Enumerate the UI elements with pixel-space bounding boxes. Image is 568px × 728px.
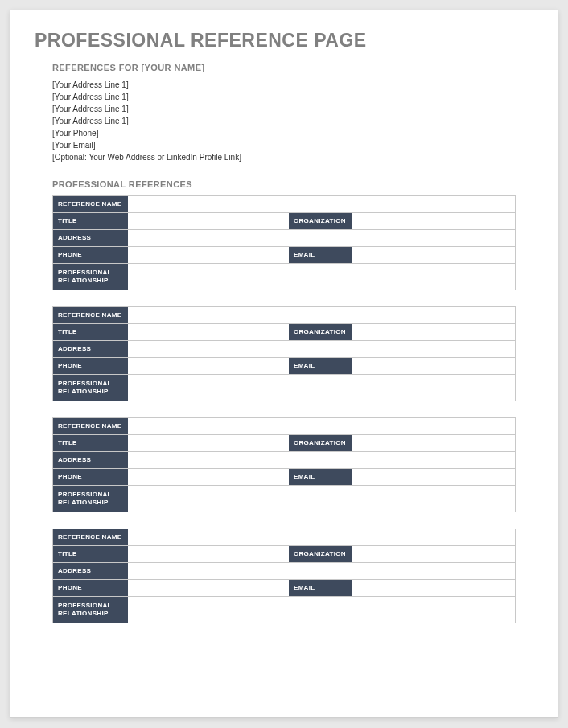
label-title: TITLE — [53, 435, 128, 451]
reference-block: REFERENCE NAME TITLE ORGANIZATION ADDRES… — [52, 306, 516, 401]
label-reference-name: REFERENCE NAME — [53, 529, 128, 545]
value-reference-name[interactable] — [128, 529, 515, 545]
page-title: PROFESSIONAL REFERENCE PAGE — [35, 30, 533, 51]
references-for-heading: REFERENCES FOR [YOUR NAME] — [35, 63, 533, 72]
value-email[interactable] — [352, 358, 515, 374]
reference-block: REFERENCE NAME TITLE ORGANIZATION ADDRES… — [52, 195, 516, 290]
value-organization[interactable] — [352, 435, 515, 451]
value-address[interactable] — [128, 452, 515, 468]
value-phone[interactable] — [128, 247, 289, 263]
value-professional-relationship[interactable] — [128, 597, 515, 623]
document-page: PROFESSIONAL REFERENCE PAGE REFERENCES F… — [10, 10, 558, 718]
label-organization: ORGANIZATION — [289, 324, 352, 340]
label-reference-name: REFERENCE NAME — [53, 307, 128, 323]
label-title: TITLE — [53, 213, 128, 229]
value-phone[interactable] — [128, 358, 289, 374]
label-phone: PHONE — [53, 469, 128, 485]
value-organization[interactable] — [352, 324, 515, 340]
label-reference-name: REFERENCE NAME — [53, 196, 128, 212]
value-professional-relationship[interactable] — [128, 486, 515, 512]
label-reference-name: REFERENCE NAME — [53, 418, 128, 434]
value-reference-name[interactable] — [128, 307, 515, 323]
address-block: [Your Address Line 1] [Your Address Line… — [35, 79, 533, 163]
label-phone: PHONE — [53, 580, 128, 596]
address-line: [Your Address Line 1] — [52, 115, 533, 127]
reference-block: REFERENCE NAME TITLE ORGANIZATION ADDRES… — [52, 529, 516, 623]
value-title[interactable] — [128, 213, 289, 229]
value-email[interactable] — [352, 580, 515, 596]
label-organization: ORGANIZATION — [289, 546, 352, 562]
value-address[interactable] — [128, 563, 515, 579]
value-professional-relationship[interactable] — [128, 375, 515, 401]
value-title[interactable] — [128, 435, 289, 451]
value-title[interactable] — [128, 546, 289, 562]
label-address: ADDRESS — [53, 341, 128, 357]
label-organization: ORGANIZATION — [289, 213, 352, 229]
label-professional-relationship: PROFESSIONAL RELATIONSHIP — [53, 375, 128, 401]
label-title: TITLE — [53, 546, 128, 562]
value-email[interactable] — [352, 247, 515, 263]
value-phone[interactable] — [128, 580, 289, 596]
web-line: [Optional: Your Web Address or LinkedIn … — [52, 151, 533, 163]
label-email: EMAIL — [289, 469, 352, 485]
address-line: [Your Address Line 1] — [52, 79, 533, 91]
phone-line: [Your Phone] — [52, 127, 533, 139]
label-professional-relationship: PROFESSIONAL RELATIONSHIP — [53, 597, 128, 623]
reference-block: REFERENCE NAME TITLE ORGANIZATION ADDRES… — [52, 417, 516, 512]
value-title[interactable] — [128, 324, 289, 340]
value-organization[interactable] — [352, 546, 515, 562]
label-address: ADDRESS — [53, 563, 128, 579]
value-address[interactable] — [128, 341, 515, 357]
label-phone: PHONE — [53, 247, 128, 263]
email-line: [Your Email] — [52, 139, 533, 151]
label-email: EMAIL — [289, 580, 352, 596]
label-professional-relationship: PROFESSIONAL RELATIONSHIP — [53, 264, 128, 290]
label-email: EMAIL — [289, 358, 352, 374]
value-address[interactable] — [128, 230, 515, 246]
section-title: PROFESSIONAL REFERENCES — [35, 179, 533, 189]
label-email: EMAIL — [289, 247, 352, 263]
label-organization: ORGANIZATION — [289, 435, 352, 451]
label-phone: PHONE — [53, 358, 128, 374]
label-address: ADDRESS — [53, 230, 128, 246]
address-line: [Your Address Line 1] — [52, 103, 533, 115]
address-line: [Your Address Line 1] — [52, 91, 533, 103]
label-title: TITLE — [53, 324, 128, 340]
value-email[interactable] — [352, 469, 515, 485]
value-phone[interactable] — [128, 469, 289, 485]
value-organization[interactable] — [352, 213, 515, 229]
value-reference-name[interactable] — [128, 196, 515, 212]
value-reference-name[interactable] — [128, 418, 515, 434]
label-address: ADDRESS — [53, 452, 128, 468]
value-professional-relationship[interactable] — [128, 264, 515, 290]
label-professional-relationship: PROFESSIONAL RELATIONSHIP — [53, 486, 128, 512]
